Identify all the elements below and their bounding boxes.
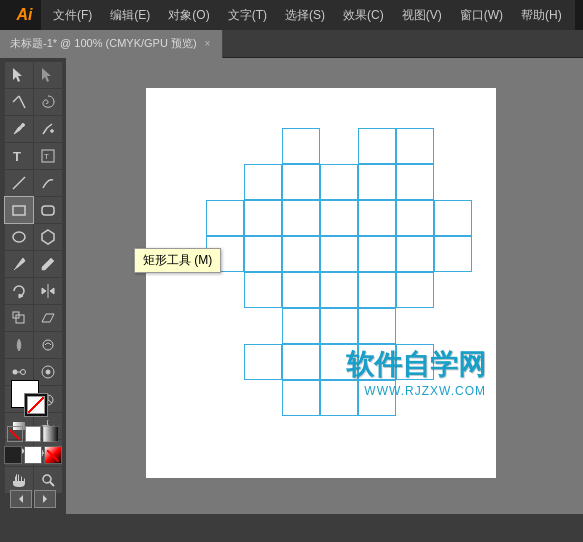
grid-cell bbox=[358, 236, 396, 272]
grid-cell bbox=[358, 200, 396, 236]
pen-tool[interactable] bbox=[5, 116, 33, 142]
white-swatch[interactable] bbox=[24, 446, 42, 464]
svg-text:T: T bbox=[44, 152, 49, 161]
tool-row-3 bbox=[5, 116, 62, 142]
watermark: 软件自学网 WWW.RJZXW.COM bbox=[346, 346, 486, 398]
document-tab[interactable]: 未标题-1* @ 100% (CMYK/GPU 预览) × bbox=[0, 30, 223, 58]
grid-cell bbox=[396, 164, 434, 200]
menu-window[interactable]: 窗口(W) bbox=[452, 3, 511, 28]
grid-cell bbox=[434, 200, 472, 236]
reflect-tool[interactable] bbox=[34, 278, 62, 304]
brush-tool[interactable] bbox=[5, 251, 33, 277]
line-tool[interactable] bbox=[5, 170, 33, 196]
svg-text:T: T bbox=[13, 149, 21, 164]
shear-tool[interactable] bbox=[34, 305, 62, 331]
tool-row-11 bbox=[5, 332, 62, 358]
grid-cell bbox=[396, 272, 434, 308]
menu-help[interactable]: 帮助(H) bbox=[513, 3, 570, 28]
grid-row-5 bbox=[206, 308, 472, 344]
title-bar: Ai 文件(F) 编辑(E) 对象(O) 文字(T) 选择(S) 效果(C) 视… bbox=[0, 0, 583, 30]
svg-rect-12 bbox=[42, 206, 54, 215]
grid-cell bbox=[358, 128, 396, 164]
menu-view[interactable]: 视图(V) bbox=[394, 3, 450, 28]
menu-object[interactable]: 对象(O) bbox=[160, 3, 217, 28]
grid-cell bbox=[434, 128, 472, 164]
color-wheel[interactable] bbox=[44, 446, 62, 464]
watermark-title: 软件自学网 bbox=[346, 346, 486, 384]
gradient-icon[interactable] bbox=[43, 426, 59, 442]
grid-cell bbox=[206, 164, 244, 200]
menu-edit[interactable]: 编辑(E) bbox=[102, 3, 158, 28]
grid-cell bbox=[320, 164, 358, 200]
area-type-tool[interactable]: T bbox=[34, 143, 62, 169]
grid-cell bbox=[206, 128, 244, 164]
polygon-tool[interactable] bbox=[34, 224, 62, 250]
scale-tool[interactable] bbox=[5, 305, 33, 331]
stroke-color-swatch[interactable] bbox=[24, 393, 48, 417]
app-logo: Ai bbox=[8, 0, 41, 30]
tooltip: 矩形工具 (M) bbox=[134, 248, 221, 273]
canvas-area: 矩形工具 (M) bbox=[66, 58, 583, 514]
grid-row-2 bbox=[206, 200, 472, 236]
grid-cell bbox=[282, 308, 320, 344]
grid-cell bbox=[244, 128, 282, 164]
menu-type[interactable]: 文字(T) bbox=[220, 3, 275, 28]
ellipse-tool[interactable] bbox=[5, 224, 33, 250]
svg-marker-0 bbox=[13, 68, 22, 82]
black-swatch[interactable] bbox=[4, 446, 22, 464]
grid-cell bbox=[244, 200, 282, 236]
tool-row-7 bbox=[5, 224, 62, 250]
warp-tool[interactable] bbox=[34, 332, 62, 358]
add-anchor-tool[interactable] bbox=[34, 116, 62, 142]
menu-select[interactable]: 选择(S) bbox=[277, 3, 333, 28]
svg-line-2 bbox=[19, 96, 25, 108]
svg-marker-18 bbox=[50, 288, 54, 294]
artboard[interactable]: 软件自学网 WWW.RJZXW.COM bbox=[146, 88, 496, 478]
grid-cell bbox=[396, 128, 434, 164]
magic-wand-tool[interactable] bbox=[5, 89, 33, 115]
svg-marker-17 bbox=[42, 288, 46, 294]
select-tool[interactable] bbox=[5, 62, 33, 88]
lasso-tool[interactable] bbox=[34, 89, 62, 115]
pencil-tool[interactable] bbox=[34, 251, 62, 277]
grid-cell bbox=[434, 272, 472, 308]
tool-row-10 bbox=[5, 305, 62, 331]
svg-point-27 bbox=[46, 370, 50, 374]
grid-cell bbox=[282, 272, 320, 308]
width-tool[interactable] bbox=[5, 332, 33, 358]
rotate-tool[interactable] bbox=[5, 278, 33, 304]
grid-cell bbox=[206, 344, 244, 380]
menu-file[interactable]: 文件(F) bbox=[45, 3, 100, 28]
artboard-next[interactable] bbox=[34, 490, 56, 508]
no-color-icon[interactable] bbox=[7, 426, 23, 442]
svg-line-10 bbox=[13, 177, 25, 189]
tool-row-2 bbox=[5, 89, 62, 115]
grid-cell bbox=[282, 344, 320, 380]
grid-cell bbox=[244, 164, 282, 200]
grid-cell bbox=[358, 164, 396, 200]
status-bar bbox=[0, 514, 583, 542]
grid-cell bbox=[282, 128, 320, 164]
watermark-url: WWW.RJZXW.COM bbox=[346, 384, 486, 398]
grid-cell bbox=[320, 272, 358, 308]
artboard-prev[interactable] bbox=[10, 490, 32, 508]
grid-cell bbox=[244, 272, 282, 308]
svg-rect-41 bbox=[43, 426, 59, 442]
menu-effect[interactable]: 效果(C) bbox=[335, 3, 392, 28]
menu-bar: 文件(F) 编辑(E) 对象(O) 文字(T) 选择(S) 效果(C) 视图(V… bbox=[41, 0, 575, 30]
svg-point-13 bbox=[13, 232, 25, 242]
white-color-icon[interactable] bbox=[25, 426, 41, 442]
svg-marker-14 bbox=[42, 230, 54, 244]
round-rect-tool[interactable] bbox=[34, 197, 62, 223]
direct-select-tool[interactable] bbox=[34, 62, 62, 88]
type-tool[interactable]: T bbox=[5, 143, 33, 169]
arc-tool[interactable] bbox=[34, 170, 62, 196]
grid-cell bbox=[282, 164, 320, 200]
tool-row-4: T T bbox=[5, 143, 62, 169]
grid-cell bbox=[206, 272, 244, 308]
svg-point-4 bbox=[21, 124, 24, 127]
tab-close-button[interactable]: × bbox=[203, 37, 213, 50]
grid-cell bbox=[320, 200, 358, 236]
rect-tool[interactable] bbox=[5, 197, 33, 223]
svg-point-22 bbox=[43, 340, 53, 350]
